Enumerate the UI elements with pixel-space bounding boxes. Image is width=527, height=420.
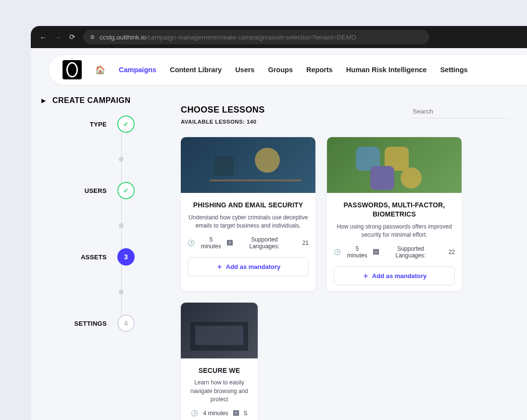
clock-icon: 🕒 <box>191 410 198 417</box>
lesson-row: PHISHING AND EMAIL SECURITY Understand h… <box>181 137 527 420</box>
page-body: ▶ CREATE CAMPAIGN TYPE ✓ USERS ✓ A <box>31 85 527 420</box>
lesson-card[interactable]: SECURE WE Learn how to easily navigate b… <box>181 303 258 420</box>
step-type[interactable]: TYPE ✓ <box>73 115 164 133</box>
nav-content-library[interactable]: Content Library <box>170 66 222 74</box>
step-dot <box>119 157 124 162</box>
nav-settings[interactable]: Settings <box>440 66 467 74</box>
lesson-meta: 🕒5 minutes 🅰Supported Languages: 21 <box>188 236 309 250</box>
clock-icon: 🕒 <box>188 240 195 246</box>
lesson-thumbnail <box>327 137 462 193</box>
lesson-thumbnail <box>181 303 258 358</box>
search-input[interactable] <box>412 105 508 118</box>
left-rail: ▶ CREATE CAMPAIGN TYPE ✓ USERS ✓ A <box>41 91 170 420</box>
svg-rect-1 <box>214 156 234 176</box>
lesson-title: SECURE WE <box>188 366 251 375</box>
lesson-title: PASSWORDS, MULTI-FACTOR, BIOMETRICS <box>334 201 455 219</box>
nav-reports[interactable]: Reports <box>306 66 333 74</box>
lesson-meta: 🕒5 minutes 🅰Supported Languages: 22 <box>334 245 455 259</box>
campaign-stepper: TYPE ✓ USERS ✓ ASSETS 3 SETTI <box>73 115 164 332</box>
lesson-card[interactable]: PASSWORDS, MULTI-FACTOR, BIOMETRICS How … <box>327 137 462 291</box>
brand-logo[interactable] <box>63 60 82 79</box>
step-dot <box>119 290 124 294</box>
lesson-title: PHISHING AND EMAIL SECURITY <box>188 201 309 210</box>
app-viewport: ← → ⟳ ⚙ ccstg.outthink.io/campaign-manag… <box>31 26 527 420</box>
reload-icon[interactable]: ⟳ <box>69 33 75 41</box>
nav-human-risk[interactable]: Human Risk Intelligence <box>346 66 427 74</box>
step-dot <box>119 223 124 228</box>
url-bar[interactable]: ⚙ ccstg.outthink.io/campaign-management/… <box>83 30 429 44</box>
check-icon: ✓ <box>117 115 135 133</box>
app-root: 🏠 Campaigns Content Library Users Groups… <box>31 48 527 420</box>
url-text: ccstg.outthink.io/campaign-management/cr… <box>100 34 356 41</box>
site-info-icon[interactable]: ⚙ <box>90 34 95 40</box>
plus-icon: ＋ <box>362 271 369 280</box>
page-title-row: ▶ CREATE CAMPAIGN <box>41 96 164 105</box>
page-title: CREATE CAMPAIGN <box>52 96 130 105</box>
lesson-thumbnail <box>181 137 315 193</box>
nav-campaigns[interactable]: Campaigns <box>119 66 156 74</box>
check-icon: ✓ <box>117 182 135 199</box>
svg-point-5 <box>401 167 422 189</box>
nav-users[interactable]: Users <box>235 66 254 74</box>
add-mandatory-button[interactable]: ＋Add as mandatory <box>188 257 309 276</box>
svg-rect-7 <box>195 326 243 345</box>
collapse-icon[interactable]: ▶ <box>41 97 46 104</box>
lessons-heading: CHOOSE LESSONS <box>181 105 265 115</box>
step-number: 4 <box>117 315 135 332</box>
step-settings[interactable]: SETTINGS 4 <box>73 315 164 332</box>
nav-groups[interactable]: Groups <box>268 66 293 74</box>
svg-rect-4 <box>370 166 394 190</box>
lesson-desc: How using strong passwords offers improv… <box>334 223 455 240</box>
home-icon[interactable]: 🏠 <box>95 65 105 75</box>
lesson-meta: 🕒4 minutes 🅰S <box>188 410 251 417</box>
step-number: 3 <box>117 248 135 266</box>
step-assets[interactable]: ASSETS 3 <box>73 248 164 266</box>
step-users[interactable]: USERS ✓ <box>73 182 164 199</box>
language-icon: 🅰 <box>233 410 239 417</box>
forward-icon[interactable]: → <box>54 33 62 41</box>
svg-point-0 <box>255 148 280 173</box>
main-panel: CHOOSE LESSONS AVAILABLE LESSONS: 140 <box>170 91 527 420</box>
language-icon: 🅰 <box>227 240 233 246</box>
browser-chrome: ← → ⟳ ⚙ ccstg.outthink.io/campaign-manag… <box>31 26 527 48</box>
nav-links: Campaigns Content Library Users Groups R… <box>119 66 468 74</box>
lesson-card[interactable]: PHISHING AND EMAIL SECURITY Understand h… <box>181 137 315 291</box>
clock-icon: 🕒 <box>334 249 341 255</box>
language-icon: 🅰 <box>373 249 379 255</box>
lesson-desc: Learn how to easily navigate browsing an… <box>188 379 251 404</box>
primary-nav: 🏠 Campaigns Content Library Users Groups… <box>49 55 527 85</box>
plus-icon: ＋ <box>216 262 223 271</box>
lesson-desc: Understand how cyber criminals use decep… <box>188 214 309 230</box>
back-icon[interactable]: ← <box>39 33 47 41</box>
lessons-header: CHOOSE LESSONS AVAILABLE LESSONS: 140 <box>181 105 527 125</box>
available-lessons: AVAILABLE LESSONS: 140 <box>181 119 265 125</box>
add-mandatory-button[interactable]: ＋Add as mandatory <box>334 267 455 285</box>
